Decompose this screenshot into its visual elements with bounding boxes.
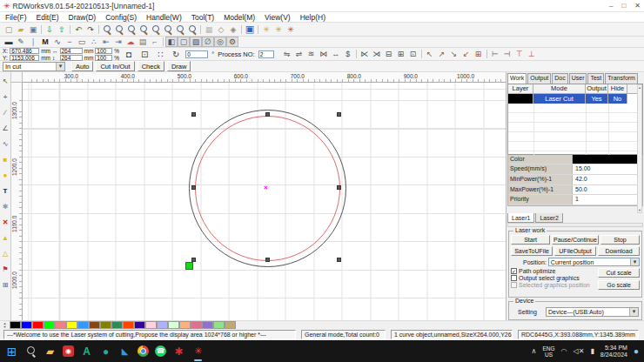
import-icon[interactable]: ⇩: [44, 24, 56, 35]
edge-left-icon[interactable]: ⊢: [489, 49, 501, 59]
selection-handle[interactable]: [265, 258, 270, 262]
minimize-button[interactable]: –: [609, 2, 613, 10]
zoom-select-icon[interactable]: [150, 24, 162, 35]
lock-ratio-icon[interactable]: ◘: [123, 49, 135, 59]
menu-item[interactable]: Tool(T): [191, 13, 214, 22]
position-select[interactable]: Current position: [548, 258, 640, 266]
property-value[interactable]: 15.00: [573, 164, 642, 174]
language-indicator[interactable]: ENG US: [542, 345, 554, 358]
layer-color-swatch[interactable]: [508, 94, 533, 104]
vertical-ruler-icon[interactable]: ∣: [27, 37, 39, 47]
corner-icon[interactable]: ⌐: [149, 37, 161, 47]
selection-handle[interactable]: [191, 185, 196, 190]
palette-swatch[interactable]: [66, 321, 77, 329]
y-position-input[interactable]: 1153.006: [10, 55, 39, 61]
hatch-icon[interactable]: ▨: [190, 37, 202, 47]
node-edit-tool-icon[interactable]: +: [0, 90, 10, 104]
laser-file-button[interactable]: Download: [598, 246, 640, 256]
palette-swatch[interactable]: [202, 321, 213, 329]
panel-tab[interactable]: Work: [507, 73, 527, 84]
palette-swatch[interactable]: [191, 321, 202, 329]
same-width-icon[interactable]: ⊟: [383, 49, 395, 59]
photos-a-app-icon[interactable]: A: [80, 345, 93, 358]
cut-toolbar-button[interactable]: Cut In/Out: [96, 61, 134, 71]
palette-swatch[interactable]: [179, 321, 191, 329]
redo-icon[interactable]: ↷: [84, 24, 97, 35]
scale-x-input[interactable]: 100: [95, 48, 112, 54]
laser-tab[interactable]: Laser1: [507, 213, 534, 224]
device-select[interactable]: Device---(USB:Auto): [546, 307, 639, 317]
curve-tool-icon[interactable]: ∿: [0, 137, 10, 151]
pad-right-icon[interactable]: ⇥: [112, 37, 124, 47]
menu-item[interactable]: Model(M): [224, 13, 255, 22]
start-button-icon[interactable]: ⊞: [5, 345, 18, 358]
panel-tab[interactable]: Output: [527, 73, 551, 84]
align-left-icon[interactable]: ⋉: [359, 49, 371, 59]
x-position-input[interactable]: 670.486: [10, 48, 39, 54]
go-scale-button[interactable]: Go scale: [598, 280, 640, 290]
chrome-icon[interactable]: [138, 345, 149, 357]
drawing-canvas[interactable]: ×: [23, 83, 506, 320]
volume-mute-icon[interactable]: ◁✕: [574, 347, 585, 355]
palette-swatch[interactable]: [10, 321, 21, 329]
laser-control-button[interactable]: Stop: [600, 235, 640, 245]
maximize-button[interactable]: □: [621, 2, 626, 10]
laser-control-button[interactable]: Start: [511, 235, 550, 245]
node-edit-icon[interactable]: ∴: [88, 37, 100, 47]
save-icon[interactable]: ▣: [27, 24, 39, 35]
battery-icon[interactable]: ▮: [590, 347, 594, 355]
palette-swatch[interactable]: [111, 321, 123, 329]
property-value[interactable]: 1: [573, 195, 642, 204]
zoom-page-icon[interactable]: [162, 24, 174, 35]
array-copy-icon[interactable]: ⊞: [0, 278, 10, 292]
height-input[interactable]: 264: [60, 55, 83, 61]
palette-swatch[interactable]: [157, 321, 168, 329]
rotate-90-icon[interactable]: ≋: [305, 49, 318, 59]
wifi-icon[interactable]: ◠: [561, 347, 567, 355]
laser-option-checkbox[interactable]: Output select graphics: [511, 275, 598, 281]
selection-handle[interactable]: [265, 112, 270, 117]
selection-handle[interactable]: [191, 112, 196, 117]
line-tool-icon[interactable]: ∕: [0, 105, 10, 120]
preview-eye-icon[interactable]: ◎: [214, 37, 226, 47]
open-folder-icon[interactable]: ▰: [15, 24, 27, 35]
text-block-icon[interactable]: ▤: [137, 37, 149, 47]
to-top-right-icon[interactable]: ↗: [436, 49, 448, 59]
preview-walk-icon[interactable]: ◇: [215, 24, 227, 35]
close-button[interactable]: ✕: [634, 2, 641, 10]
cut-toolbar-button[interactable]: Auto: [71, 61, 93, 71]
column-header[interactable]: Mode: [533, 84, 586, 93]
bitmap-handle-icon[interactable]: ▢: [178, 37, 190, 47]
panel-tab[interactable]: Transform: [605, 73, 638, 84]
laser-control-button[interactable]: Pause/Continue: [552, 235, 599, 245]
property-value[interactable]: 50.0: [573, 185, 642, 195]
menu-item[interactable]: Config(S): [105, 13, 137, 22]
panel-tab[interactable]: Test: [587, 73, 604, 84]
zoom-all-icon[interactable]: [138, 24, 150, 35]
selection-handle[interactable]: [337, 112, 341, 117]
mirror-horizontal-icon[interactable]: ⇋: [281, 49, 293, 59]
rdworks-taskbar-icon[interactable]: ✳: [191, 345, 205, 358]
palette-swatch[interactable]: [213, 321, 225, 329]
palette-swatch[interactable]: [32, 321, 44, 329]
palette-swatch[interactable]: [77, 321, 89, 329]
align-center-icon[interactable]: ⊡: [407, 49, 419, 59]
palette-swatch[interactable]: [55, 321, 66, 329]
photo-icon[interactable]: ▬: [3, 37, 15, 47]
red-app-icon[interactable]: ✱: [172, 345, 185, 358]
menu-item[interactable]: Help(H): [300, 13, 325, 22]
rotate-icon[interactable]: ↻: [170, 49, 182, 59]
export-icon[interactable]: ⇧: [56, 24, 68, 35]
simulate-output-icon[interactable]: ✳: [285, 24, 297, 35]
frame-select-icon[interactable]: ⊡: [138, 49, 151, 59]
same-height-icon[interactable]: ⊞: [395, 49, 407, 59]
checkbox-box[interactable]: [511, 275, 517, 281]
ellipse-draw-icon[interactable]: ●: [0, 168, 10, 183]
offset-poly-icon[interactable]: ∅: [202, 37, 214, 47]
screen-recorder-icon[interactable]: ◉: [63, 345, 74, 357]
rectangle-draw-icon[interactable]: ■: [0, 152, 10, 167]
smooth-curve-icon[interactable]: ◧: [165, 37, 178, 47]
menu-item[interactable]: File(F): [5, 13, 27, 22]
selection-handle[interactable]: [337, 258, 341, 262]
simulate-icon[interactable]: ✳: [260, 24, 272, 35]
